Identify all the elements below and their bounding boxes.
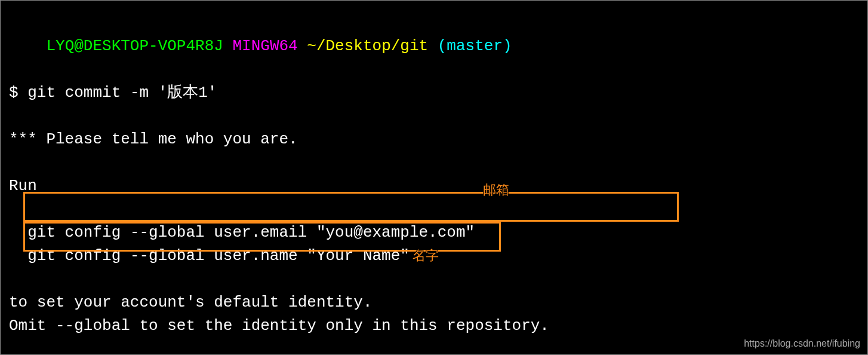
mingw-label: MINGW64 [232,37,297,55]
path-label: ~/Desktop/git [307,37,428,55]
watermark: https://blog.csdn.net/ifubing [744,336,860,351]
annotation-email: 邮箱 [483,180,509,200]
command-text: git commit -m '版本1' [27,84,217,102]
prompt-symbol: $ [9,84,19,102]
blank-line [9,268,859,291]
annotation-name: 名字 [413,246,439,265]
output-set-identity: to set your account's default identity. [9,291,859,314]
user-host: LYQ@DESKTOP-VOP4R8J [46,37,223,55]
highlight-box-email [23,192,679,222]
branch-label: (master) [438,37,512,55]
output-please-tell: *** Please tell me who you are. [9,128,859,151]
blank-line [9,151,859,175]
prompt-line: LYQ@DESKTOP-VOP4R8J MINGW64 ~/Desktop/gi… [9,11,859,81]
blank-line [9,105,859,128]
terminal-window[interactable]: LYQ@DESKTOP-VOP4R8J MINGW64 ~/Desktop/gi… [1,1,867,348]
output-omit-global: Omit --global to set the identity only i… [9,314,859,338]
command-line: $ git commit -m '版本1' [9,81,859,105]
